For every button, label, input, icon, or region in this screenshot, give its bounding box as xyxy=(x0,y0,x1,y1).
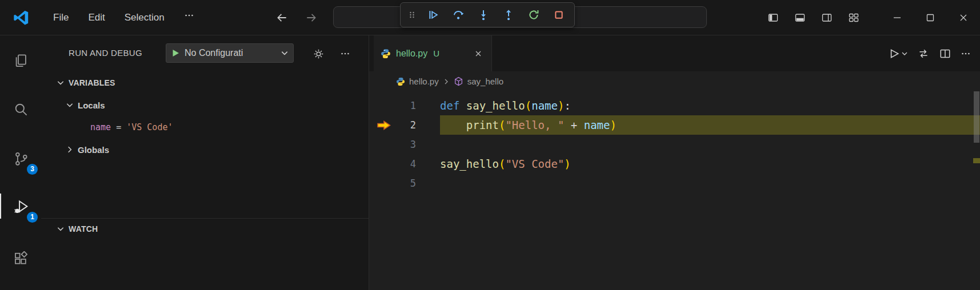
toolbar-drag-handle[interactable] xyxy=(405,5,419,25)
tab-hello-py[interactable]: hello.py U xyxy=(374,35,492,71)
variable-operator: = xyxy=(116,122,121,132)
chevron-down-icon xyxy=(901,50,908,57)
code-text[interactable] xyxy=(440,174,980,193)
breadcrumb-symbol[interactable]: say_hello xyxy=(467,76,503,86)
chevron-expanded-icon xyxy=(56,225,65,233)
gutter[interactable] xyxy=(416,96,440,115)
activity-explorer[interactable] xyxy=(0,47,41,74)
chevron-down-icon xyxy=(281,49,289,57)
locals-label: Locals xyxy=(78,100,105,110)
debug-settings-button[interactable] xyxy=(310,46,326,62)
toggle-panel-button[interactable] xyxy=(786,0,813,35)
code-line[interactable]: 4say_hello("VS Code") xyxy=(369,154,980,174)
split-editor-button[interactable] xyxy=(938,46,953,61)
debug-step-over-icon xyxy=(453,9,464,21)
editor-actions xyxy=(886,35,980,71)
restart-button[interactable] xyxy=(523,5,545,25)
code-text[interactable]: say_hello("VS Code") xyxy=(440,154,980,174)
symbol-method-icon xyxy=(454,76,463,86)
debug-config-select[interactable]: No Configurati xyxy=(185,48,281,58)
debug-badge: 1 xyxy=(27,212,38,223)
globals-scope-row[interactable]: Globals xyxy=(41,139,369,160)
gutter[interactable] xyxy=(416,135,440,154)
line-number[interactable]: 3 xyxy=(369,135,416,154)
watch-section-header[interactable]: WATCH xyxy=(41,219,369,239)
go-back-button[interactable] xyxy=(273,9,290,26)
gripper-icon xyxy=(407,10,417,19)
minimize-button[interactable] xyxy=(881,0,914,35)
python-icon xyxy=(381,49,391,59)
activity-source-control[interactable]: 3 xyxy=(0,144,41,172)
source-control-icon xyxy=(13,151,29,166)
go-forward-button[interactable] xyxy=(303,9,320,26)
editor-scrollbar[interactable] xyxy=(973,91,980,290)
layout-sidebar-left-icon xyxy=(767,12,779,23)
gutter[interactable] xyxy=(416,174,440,193)
menu-file[interactable]: File xyxy=(43,0,78,35)
activity-run-and-debug[interactable]: 1 xyxy=(0,192,41,220)
layout-sidebar-right-icon xyxy=(821,12,833,23)
close-icon xyxy=(958,12,969,23)
code-line[interactable]: 2 print("Hello, " + name) xyxy=(369,115,980,135)
code-text[interactable]: def say_hello(name): xyxy=(440,96,980,115)
activity-extensions[interactable] xyxy=(0,245,41,272)
customize-layout-button[interactable] xyxy=(840,0,867,35)
gutter[interactable] xyxy=(416,115,440,135)
locals-scope-row[interactable]: Locals xyxy=(41,95,369,115)
continue-button[interactable] xyxy=(422,5,444,25)
watch-label: WATCH xyxy=(69,224,98,233)
line-number[interactable]: 4 xyxy=(369,154,416,174)
editor-more-actions-button[interactable] xyxy=(959,46,972,61)
close-icon xyxy=(474,50,482,58)
line-number[interactable]: 5 xyxy=(369,174,416,193)
play-icon xyxy=(171,49,180,58)
variable-row[interactable]: name = 'VS Code' xyxy=(41,116,369,138)
maximize-icon xyxy=(925,12,936,23)
start-debugging-button[interactable] xyxy=(171,49,180,58)
files-icon xyxy=(13,53,29,69)
menu-edit[interactable]: Edit xyxy=(78,0,114,35)
breadcrumb-file[interactable]: hello.py xyxy=(409,76,439,86)
step-into-button[interactable] xyxy=(473,5,494,25)
code-line[interactable]: 3 xyxy=(369,135,980,154)
breadcrumb: hello.py say_hello xyxy=(369,71,980,91)
menu-selection[interactable]: Selection xyxy=(115,0,174,35)
layout-panel-icon xyxy=(794,12,806,23)
python-icon xyxy=(396,77,405,86)
variables-section-header[interactable]: VARIABLES xyxy=(41,73,369,92)
arrow-left-icon xyxy=(275,11,288,24)
toggle-secondary-sidebar-button[interactable] xyxy=(813,0,840,35)
code-text[interactable]: print("Hello, " + name) xyxy=(440,115,980,135)
history-navigation xyxy=(273,0,320,35)
code-editor[interactable]: 1def say_hello(name):2 print("Hello, " +… xyxy=(369,91,980,193)
stop-button[interactable] xyxy=(548,5,570,25)
code-line[interactable]: 5 xyxy=(369,174,980,193)
arrow-right-icon xyxy=(305,11,318,24)
open-changes-button[interactable] xyxy=(916,46,931,61)
gutter[interactable] xyxy=(416,154,440,174)
scrollbar-slider[interactable] xyxy=(974,91,979,143)
toggle-primary-sidebar-button[interactable] xyxy=(759,0,786,35)
workbench: 3 1 xyxy=(0,35,980,290)
step-out-button[interactable] xyxy=(498,5,519,25)
debug-views-more-button[interactable] xyxy=(337,46,353,62)
tab-close-button[interactable] xyxy=(472,47,485,60)
run-icon xyxy=(887,47,900,60)
titlebar: File Edit Selection xyxy=(0,0,980,35)
code-text[interactable] xyxy=(440,135,980,154)
step-over-button[interactable] xyxy=(447,5,469,25)
close-window-button[interactable] xyxy=(947,0,980,35)
tab-bar: hello.py U xyxy=(369,35,980,71)
menu-overflow-button[interactable] xyxy=(174,0,204,35)
activity-search[interactable] xyxy=(0,95,41,123)
line-number[interactable]: 1 xyxy=(369,96,416,115)
activity-bar: 3 1 xyxy=(0,35,41,290)
variables-label: VARIABLES xyxy=(69,78,115,87)
maximize-button[interactable] xyxy=(914,0,947,35)
line-number[interactable]: 2 xyxy=(369,115,416,135)
code-line[interactable]: 1def say_hello(name): xyxy=(369,96,980,115)
run-and-debug-icon xyxy=(13,198,29,215)
globals-label: Globals xyxy=(78,145,109,155)
sidebar-title: RUN AND DEBUG xyxy=(69,48,142,58)
run-python-file-button[interactable] xyxy=(886,46,909,61)
